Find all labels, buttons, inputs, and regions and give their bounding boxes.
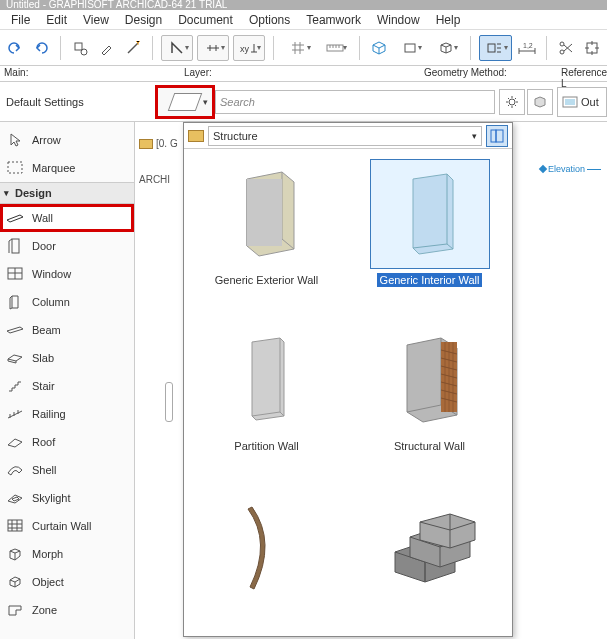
- slab-icon: [6, 350, 24, 366]
- search-input[interactable]: Search: [215, 90, 495, 114]
- gear-icon[interactable]: [499, 89, 525, 115]
- label-layer: Layer:: [180, 66, 420, 81]
- svg-text:xy: xy: [240, 44, 250, 54]
- menu-design[interactable]: Design: [118, 11, 169, 29]
- tool-curtain-wall[interactable]: Curtain Wall: [0, 512, 134, 540]
- beam-icon: [6, 322, 24, 338]
- coord-dd[interactable]: xy: [233, 35, 265, 61]
- tool-arrow[interactable]: Arrow: [0, 126, 134, 154]
- tool-column[interactable]: Column: [0, 288, 134, 316]
- scissors-icon[interactable]: [555, 35, 577, 61]
- eyedropper-icon[interactable]: [95, 35, 117, 61]
- info-row: Default Settings Search Out: [0, 82, 607, 122]
- toolbox-sidebar: Arrow Marquee Design Wall Door Window Co…: [0, 122, 135, 639]
- tool-zone[interactable]: Zone: [0, 596, 134, 624]
- svg-rect-13: [8, 162, 22, 173]
- arrow-icon: [6, 132, 24, 148]
- grip-handle[interactable]: [165, 382, 173, 422]
- tree-toggle-icon[interactable]: [486, 125, 508, 147]
- menu-help[interactable]: Help: [429, 11, 468, 29]
- fav-partition[interactable]: Partition Wall: [190, 325, 343, 471]
- group-design[interactable]: Design: [0, 182, 134, 204]
- default-settings-button[interactable]: Default Settings: [0, 96, 155, 108]
- tool-railing[interactable]: Railing: [0, 400, 134, 428]
- view3d-icon[interactable]: [368, 35, 390, 61]
- menu-options[interactable]: Options: [242, 11, 297, 29]
- info-header: Main: Layer: Geometry Method: Reference …: [0, 66, 607, 82]
- fav-generic-interior[interactable]: Generic Interior Wall: [353, 159, 506, 305]
- svg-rect-12: [565, 99, 575, 105]
- tool-skylight[interactable]: Skylight: [0, 484, 134, 512]
- snap-dd[interactable]: [197, 35, 229, 61]
- menu-edit[interactable]: Edit: [39, 11, 74, 29]
- cube-icon[interactable]: [527, 89, 553, 115]
- tool-beam[interactable]: Beam: [0, 316, 134, 344]
- tool-object[interactable]: Object: [0, 568, 134, 596]
- guide-dd[interactable]: [161, 35, 193, 61]
- roof-icon: [6, 434, 24, 450]
- shell-icon: [6, 462, 24, 478]
- favorites-flyout: Structure Generic Exterior Wall Generic …: [183, 122, 513, 637]
- tool-door[interactable]: Door: [0, 232, 134, 260]
- window-icon: [6, 266, 24, 282]
- svg-text:1,2: 1,2: [523, 42, 533, 49]
- tab-indicator[interactable]: [0. G: [139, 138, 178, 149]
- label-reference: Reference L: [557, 66, 607, 81]
- tool-stair[interactable]: Stair: [0, 372, 134, 400]
- menu-window[interactable]: Window: [370, 11, 427, 29]
- skylight-icon: [6, 490, 24, 506]
- tool-roof[interactable]: Roof: [0, 428, 134, 456]
- fav-blocks[interactable]: [353, 492, 506, 626]
- adjust-icon[interactable]: [581, 35, 603, 61]
- edit-dd[interactable]: [479, 35, 511, 61]
- svg-point-7: [560, 42, 564, 46]
- column-icon: [6, 294, 24, 310]
- svg-point-10: [509, 99, 515, 105]
- svg-rect-0: [75, 43, 82, 50]
- svg-point-8: [560, 50, 564, 54]
- elevation-marker[interactable]: Elevation: [540, 164, 601, 174]
- tool-slab[interactable]: Slab: [0, 344, 134, 372]
- structure-select[interactable]: Structure: [208, 126, 482, 146]
- measure-dd[interactable]: [319, 35, 351, 61]
- folder-icon: [188, 130, 204, 142]
- label-main: Main:: [0, 66, 180, 81]
- door-icon: [6, 238, 24, 254]
- fav-curved[interactable]: [190, 492, 343, 626]
- tool-window[interactable]: Window: [0, 260, 134, 288]
- reference-button[interactable]: Out: [557, 87, 607, 117]
- favorites-dropdown[interactable]: [155, 85, 215, 119]
- redo-icon[interactable]: [30, 35, 52, 61]
- grid-dd[interactable]: [282, 35, 314, 61]
- svg-rect-19: [247, 179, 282, 246]
- tool-shell[interactable]: Shell: [0, 456, 134, 484]
- fav-structural[interactable]: Structural Wall: [353, 325, 506, 471]
- menu-file[interactable]: File: [4, 11, 37, 29]
- menu-document[interactable]: Document: [171, 11, 240, 29]
- archi-label: ARCHI: [139, 174, 170, 185]
- fav-generic-exterior[interactable]: Generic Exterior Wall: [190, 159, 343, 305]
- menu-view[interactable]: View: [76, 11, 116, 29]
- menu-teamwork[interactable]: Teamwork: [299, 11, 368, 29]
- title-bar: Untitled - GRAPHISOFT ARCHICAD-64 21 TRI…: [0, 0, 607, 10]
- svg-rect-17: [491, 130, 496, 142]
- tool-wall[interactable]: Wall: [0, 204, 134, 232]
- svg-rect-3: [327, 45, 343, 51]
- object-icon: [6, 574, 24, 590]
- menu-bar: File Edit View Design Document Options T…: [0, 10, 607, 30]
- svg-point-1: [81, 49, 87, 55]
- tool-marquee[interactable]: Marquee: [0, 154, 134, 182]
- cube-dd[interactable]: [430, 35, 462, 61]
- wand-icon[interactable]: [122, 35, 144, 61]
- undo-icon[interactable]: [4, 35, 26, 61]
- plane-dd[interactable]: [394, 35, 426, 61]
- tool-morph[interactable]: Morph: [0, 540, 134, 568]
- morph-icon: [6, 546, 24, 562]
- zone-icon: [6, 602, 24, 618]
- svg-rect-16: [8, 520, 22, 531]
- pick-icon[interactable]: [69, 35, 91, 61]
- svg-rect-18: [496, 130, 503, 142]
- railing-icon: [6, 406, 24, 422]
- favorites-grid: Generic Exterior Wall Generic Interior W…: [184, 149, 512, 636]
- dim-icon[interactable]: 1,2: [516, 35, 538, 61]
